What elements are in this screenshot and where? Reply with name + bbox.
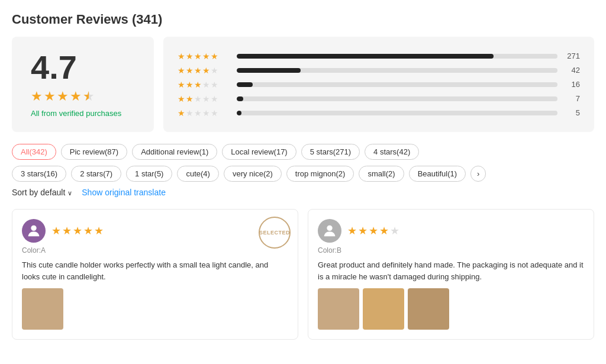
review-star-1-4: ★ bbox=[83, 224, 93, 237]
bar-star-2-4: ★ bbox=[202, 66, 210, 75]
filter-more-button[interactable]: › bbox=[470, 166, 486, 182]
bar-row-5: ★★★★★5 bbox=[178, 108, 580, 118]
bar-star-1-2: ★ bbox=[186, 51, 194, 61]
filter-chip-5[interactable]: 4 stars(42) bbox=[365, 144, 419, 160]
reviews-grid: ★★★★★Color:AThis cute candle holder work… bbox=[12, 209, 594, 340]
bar-track-1 bbox=[237, 54, 557, 59]
star-5: ★ ★ bbox=[83, 89, 95, 104]
filter-chip-1[interactable]: Pic review(87) bbox=[61, 144, 127, 160]
filter-chip-7[interactable]: 2 stars(7) bbox=[71, 166, 121, 182]
bar-star-4-4: ★ bbox=[202, 94, 210, 104]
bar-track-4 bbox=[237, 96, 557, 101]
bar-star-5-3: ★ bbox=[194, 108, 202, 118]
bar-star-3-3: ★ bbox=[194, 80, 202, 89]
bar-stars-5: ★★★★★ bbox=[178, 108, 231, 118]
filter-chip-2[interactable]: Additional review(1) bbox=[132, 144, 217, 160]
show-translate-button[interactable]: Show original translate bbox=[82, 188, 166, 197]
bar-star-4-1: ★ bbox=[178, 94, 185, 104]
bar-star-1-4: ★ bbox=[202, 51, 210, 61]
bar-stars-3: ★★★★★ bbox=[178, 80, 231, 89]
bar-row-2: ★★★★★42 bbox=[178, 66, 580, 75]
review-stars-2: ★★★★★ bbox=[347, 224, 399, 237]
rating-score: 4.7 bbox=[31, 51, 135, 84]
bar-star-3-5: ★ bbox=[211, 80, 218, 89]
filter-chip-4[interactable]: 5 stars(271) bbox=[301, 144, 360, 160]
bar-star-5-2: ★ bbox=[186, 108, 194, 118]
review-header-1: ★★★★★ bbox=[22, 219, 288, 243]
selected-badge: SELECTED bbox=[259, 217, 291, 249]
bar-stars-2: ★★★★★ bbox=[178, 66, 231, 75]
bar-fill-2 bbox=[237, 68, 301, 73]
bar-fill-5 bbox=[237, 111, 241, 115]
review-image-2-3 bbox=[408, 288, 449, 330]
chevron-down-icon bbox=[67, 188, 72, 197]
bar-count-5: 5 bbox=[563, 108, 580, 117]
bar-star-3-4: ★ bbox=[202, 80, 210, 89]
bar-count-2: 42 bbox=[563, 66, 580, 75]
bar-track-3 bbox=[237, 82, 557, 87]
bar-track-2 bbox=[237, 68, 557, 73]
bar-star-2-2: ★ bbox=[186, 66, 194, 75]
review-image-2-1 bbox=[318, 288, 359, 330]
bar-fill-4 bbox=[237, 96, 243, 101]
bar-stars-4: ★★★★★ bbox=[178, 94, 231, 104]
page-title: Customer Reviews (341) bbox=[12, 12, 594, 27]
review-star-2-1: ★ bbox=[347, 224, 357, 237]
bar-row-4: ★★★★★7 bbox=[178, 94, 580, 104]
bar-count-3: 16 bbox=[563, 80, 580, 89]
review-card-2: ★★★★★Color:BGreat product and definitely… bbox=[308, 209, 594, 340]
filter-chip-6[interactable]: 3 stars(16) bbox=[12, 166, 66, 182]
filter-row-1: All(342)Pic review(87)Additional review(… bbox=[12, 144, 594, 160]
svg-point-0 bbox=[31, 226, 36, 231]
bar-count-1: 271 bbox=[563, 51, 580, 60]
review-color-2: Color:B bbox=[318, 246, 584, 255]
sort-default-button[interactable]: Sort by default bbox=[12, 188, 72, 197]
star-2: ★ bbox=[44, 89, 56, 104]
filter-row-2: 3 stars(16)2 stars(7)1 star(5)cute(4)ver… bbox=[12, 166, 594, 182]
star-1: ★ bbox=[31, 89, 43, 104]
filter-chip-11[interactable]: trop mignon(2) bbox=[286, 166, 354, 182]
review-text-2: Great product and definitely hand made. … bbox=[318, 259, 584, 282]
review-star-2-2: ★ bbox=[358, 224, 368, 237]
bar-star-2-1: ★ bbox=[178, 66, 185, 75]
filter-chip-10[interactable]: very nice(2) bbox=[224, 166, 282, 182]
review-images-2 bbox=[318, 288, 584, 330]
sort-label: Sort by default bbox=[12, 188, 65, 197]
review-images-1 bbox=[22, 288, 288, 330]
filter-chip-3[interactable]: Local review(17) bbox=[222, 144, 296, 160]
bar-star-1-3: ★ bbox=[194, 51, 202, 61]
bar-fill-3 bbox=[237, 82, 253, 87]
bar-row-3: ★★★★★16 bbox=[178, 80, 580, 89]
bar-star-5-5: ★ bbox=[211, 108, 218, 118]
review-image-1-1 bbox=[22, 288, 63, 330]
filter-chip-8[interactable]: 1 star(5) bbox=[126, 166, 172, 182]
rating-bars-panel: ★★★★★271★★★★★42★★★★★16★★★★★7★★★★★5 bbox=[163, 37, 594, 132]
bar-star-1-5: ★ bbox=[211, 51, 218, 61]
bar-star-2-5: ★ bbox=[211, 66, 218, 75]
review-star-2-3: ★ bbox=[369, 224, 378, 237]
bar-star-5-1: ★ bbox=[178, 108, 185, 118]
bar-star-3-2: ★ bbox=[186, 80, 194, 89]
avatar bbox=[22, 219, 46, 243]
review-star-2-4: ★ bbox=[379, 224, 389, 237]
filter-chip-0[interactable]: All(342) bbox=[12, 144, 56, 160]
review-star-2-5: ★ bbox=[390, 224, 399, 237]
bar-count-4: 7 bbox=[563, 94, 580, 103]
rating-stars: ★ ★ ★ ★ ★ ★ bbox=[31, 89, 135, 104]
bar-row-1: ★★★★★271 bbox=[178, 51, 580, 61]
star-4: ★ bbox=[70, 89, 82, 104]
avatar bbox=[318, 219, 341, 243]
bar-star-2-3: ★ bbox=[194, 66, 202, 75]
filter-chip-13[interactable]: Beautiful(1) bbox=[409, 166, 466, 182]
verified-text: All from verified purchases bbox=[31, 109, 135, 118]
filter-chip-12[interactable]: small(2) bbox=[359, 166, 404, 182]
rating-section: 4.7 ★ ★ ★ ★ ★ ★ All from verified purcha… bbox=[12, 37, 594, 132]
sort-row: Sort by default Show original translate bbox=[12, 188, 594, 197]
bar-star-4-3: ★ bbox=[194, 94, 202, 104]
bar-track-5 bbox=[237, 111, 557, 115]
bar-stars-1: ★★★★★ bbox=[178, 51, 231, 61]
filter-chip-9[interactable]: cute(4) bbox=[177, 166, 218, 182]
bar-star-1-1: ★ bbox=[178, 51, 185, 61]
svg-point-1 bbox=[327, 226, 332, 231]
review-star-1-2: ★ bbox=[62, 224, 72, 237]
